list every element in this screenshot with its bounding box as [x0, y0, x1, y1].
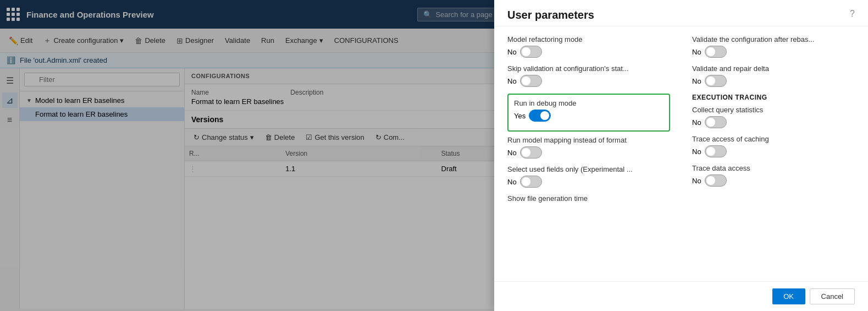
- collect-query-toggle[interactable]: [705, 116, 727, 128]
- panel-left-col: Model refactoring mode No Skip validatio…: [507, 35, 670, 272]
- panel-header: User parameters ?: [494, 0, 868, 26]
- run-model-mapping-value: No: [507, 149, 517, 157]
- run-debug-group: Run in debug mode Yes: [507, 94, 670, 132]
- trace-data-access-group: Trace data access No: [692, 164, 855, 187]
- run-debug-label: Run in debug mode: [514, 99, 664, 107]
- trace-access-caching-group: Trace access of caching No: [692, 135, 855, 157]
- trace-access-caching-value: No: [692, 148, 701, 156]
- validate-repair-delta-group: Validate and repair delta No: [692, 64, 855, 87]
- ok-button[interactable]: OK: [772, 288, 805, 304]
- validate-repair-delta-toggle[interactable]: [705, 75, 727, 87]
- select-used-fields-label: Select used fields only (Experimental ..…: [507, 165, 670, 173]
- collect-query-value: No: [692, 118, 701, 127]
- help-icon[interactable]: ?: [850, 9, 855, 19]
- panel-title: User parameters: [507, 9, 594, 21]
- skip-validation-label: Skip validation at configuration's stat.…: [507, 64, 670, 73]
- validate-after-rebase-label: Validate the configuration after rebas..…: [692, 35, 855, 43]
- validate-after-rebase-value: No: [692, 48, 701, 56]
- select-used-fields-value: No: [507, 178, 517, 186]
- select-used-fields-toggle[interactable]: [520, 176, 542, 188]
- validate-after-rebase-group: Validate the configuration after rebas..…: [692, 35, 855, 58]
- model-refactoring-group: Model refactoring mode No: [507, 35, 670, 58]
- user-parameters-panel: User parameters ? Model refactoring mode…: [494, 0, 868, 309]
- run-debug-value: Yes: [514, 112, 526, 120]
- show-file-gen-group: Show file generation time: [507, 194, 670, 203]
- collect-query-label: Collect query statistics: [692, 106, 855, 114]
- cancel-button[interactable]: Cancel: [810, 288, 855, 304]
- run-model-mapping-toggle[interactable]: [520, 146, 542, 159]
- trace-access-caching-label: Trace access of caching: [692, 135, 855, 143]
- skip-validation-value: No: [507, 77, 517, 85]
- overlay: User parameters ? Model refactoring mode…: [0, 0, 868, 309]
- run-model-mapping-group: Run model mapping instead of format No: [507, 136, 670, 159]
- select-used-fields-group: Select used fields only (Experimental ..…: [507, 165, 670, 188]
- validate-repair-delta-value: No: [692, 77, 701, 85]
- collect-query-group: Collect query statistics No: [692, 106, 855, 128]
- trace-access-caching-toggle[interactable]: [705, 145, 727, 157]
- skip-validation-group: Skip validation at configuration's stat.…: [507, 64, 670, 87]
- run-model-mapping-label: Run model mapping instead of format: [507, 136, 670, 144]
- model-refactoring-value: No: [507, 48, 517, 56]
- panel-right-col: Validate the configuration after rebas..…: [692, 35, 855, 272]
- skip-validation-toggle[interactable]: [520, 75, 542, 87]
- panel-footer: OK Cancel: [494, 281, 868, 309]
- model-refactoring-label: Model refactoring mode: [507, 35, 670, 43]
- trace-data-access-value: No: [692, 177, 701, 185]
- panel-body: Model refactoring mode No Skip validatio…: [494, 26, 868, 281]
- validate-repair-delta-label: Validate and repair delta: [692, 64, 855, 73]
- show-file-gen-label: Show file generation time: [507, 194, 670, 203]
- trace-data-access-toggle[interactable]: [705, 174, 727, 187]
- run-debug-toggle[interactable]: [529, 110, 551, 122]
- execution-tracing-title: EXECUTION TRACING: [692, 94, 855, 101]
- validate-after-rebase-toggle[interactable]: [705, 46, 727, 58]
- model-refactoring-toggle[interactable]: [520, 46, 542, 58]
- trace-data-access-label: Trace data access: [692, 164, 855, 172]
